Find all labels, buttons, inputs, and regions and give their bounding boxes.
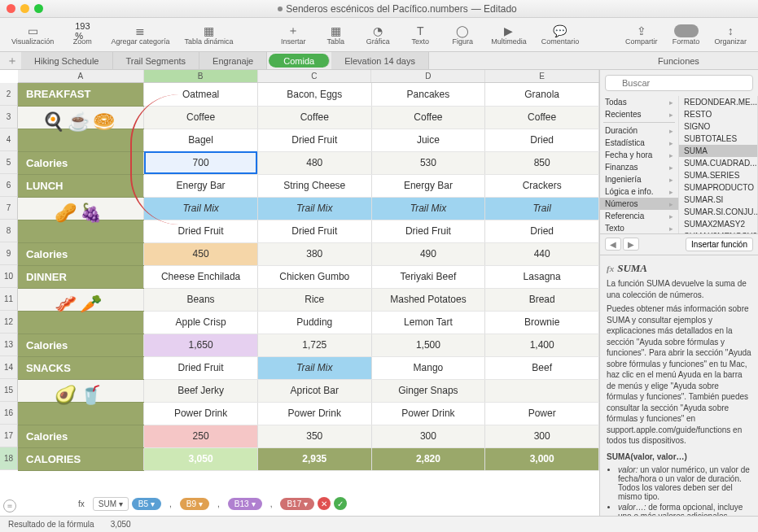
cell[interactable]: Bagel: [144, 129, 258, 151]
cell[interactable]: Dried Fruit: [257, 220, 371, 242]
formula-cancel-button[interactable]: ✕: [318, 497, 331, 510]
add-sheet-button[interactable]: ＋: [3, 52, 21, 69]
cell[interactable]: Cheese Enchilada: [144, 265, 258, 288]
cell[interactable]: Apple Crisp: [144, 311, 258, 334]
cell[interactable]: 2,820: [371, 447, 485, 470]
view-button[interactable]: ▭Visualización: [5, 23, 60, 47]
shape-button[interactable]: ◯Figura: [442, 23, 483, 47]
zoom-selector[interactable]: 193 %Zoom: [62, 23, 103, 47]
nav-forward-button[interactable]: ▶: [623, 238, 639, 251]
search-input[interactable]: [605, 75, 753, 91]
cell[interactable]: Power Drink: [371, 402, 485, 425]
insert-function-button[interactable]: Insertar función: [686, 238, 753, 251]
cell[interactable]: Dried Fruit: [371, 220, 485, 242]
cell[interactable]: 1,650: [144, 334, 258, 356]
function-item[interactable]: RESTO: [679, 108, 757, 120]
category-item[interactable]: Estadística▸: [600, 137, 678, 149]
sheet-tab[interactable]: Trail Segments: [113, 52, 200, 69]
function-item[interactable]: SUMAPRODUCTO: [679, 181, 757, 194]
category-item[interactable]: Duración▸: [600, 124, 678, 137]
cell[interactable]: Pudding: [257, 311, 371, 334]
cell[interactable]: Dried Fruit: [144, 220, 258, 242]
text-button[interactable]: TTexto: [400, 23, 440, 47]
row-header[interactable]: 10: [0, 265, 18, 288]
cell[interactable]: SNACKS: [18, 356, 144, 379]
cell[interactable]: 480: [257, 151, 371, 174]
function-item[interactable]: SUMAX2MENOSY2: [679, 230, 757, 233]
cell[interactable]: Pancakes: [371, 83, 485, 106]
sheet-tab-active[interactable]: Comida: [269, 54, 330, 68]
cell[interactable]: CALORIES: [18, 447, 144, 470]
share-button[interactable]: ⇪Compartir: [619, 23, 664, 47]
formula-ref[interactable]: B17 ▾: [280, 498, 314, 510]
sheet-tab[interactable]: Engranaje: [199, 52, 267, 69]
formula-func[interactable]: SUM ▾: [93, 497, 129, 511]
cell[interactable]: Coffee: [485, 106, 599, 129]
category-item[interactable]: Lógica e info.▸: [600, 185, 678, 198]
cell[interactable]: Coffee: [371, 106, 485, 129]
cell[interactable]: Crackers: [485, 174, 599, 197]
category-item[interactable]: Finanzas▸: [600, 161, 678, 173]
cell[interactable]: Beans: [144, 288, 258, 311]
cell[interactable]: 850: [485, 151, 599, 174]
cell[interactable]: 490: [371, 242, 485, 265]
cell[interactable]: Juice: [371, 129, 485, 151]
cell[interactable]: Apricot Bar: [257, 379, 371, 402]
spreadsheet[interactable]: A B C D E 2 3 4 5 6 7 8 9 10 11 12 13 14…: [0, 70, 599, 516]
cell[interactable]: 2,935: [257, 447, 371, 470]
row-header[interactable]: 7: [0, 197, 18, 220]
cell[interactable]: Energy Bar: [144, 174, 258, 197]
row-header[interactable]: 14: [0, 356, 18, 379]
formula-editor[interactable]: fx SUM ▾ B5 ▾, B9 ▾, B13 ▾, B17 ▾ ✕ ✓: [73, 495, 347, 512]
cell[interactable]: 380: [257, 242, 371, 265]
cell[interactable]: 250: [144, 425, 258, 447]
col-header[interactable]: B: [144, 70, 258, 82]
cell[interactable]: Oatmeal: [144, 83, 258, 106]
cell[interactable]: Trail Mix: [144, 197, 258, 220]
row-header[interactable]: 5: [0, 151, 18, 174]
cell[interactable]: Bacon, Eggs: [257, 83, 371, 106]
cell[interactable]: 450: [144, 242, 258, 265]
cell[interactable]: 350: [257, 425, 371, 447]
cell[interactable]: Coffee: [257, 106, 371, 129]
function-list[interactable]: REDONDEAR.ME... RESTO SIGNO SUBTOTALES S…: [679, 96, 758, 233]
cell[interactable]: 1,500: [371, 334, 485, 356]
category-item[interactable]: Fecha y hora▸: [600, 149, 678, 161]
row-header[interactable]: 17: [0, 425, 18, 447]
cell[interactable]: Calories: [18, 425, 144, 447]
pivot-button[interactable]: ▦Tabla dinámica: [177, 23, 239, 47]
row-header[interactable]: 9: [0, 242, 18, 265]
cell[interactable]: [18, 129, 144, 151]
function-item[interactable]: SUMA.SERIES: [679, 169, 757, 181]
cell[interactable]: [18, 288, 144, 311]
add-row-button[interactable]: ＝: [3, 499, 16, 512]
cell[interactable]: 3,000: [485, 447, 599, 470]
formula-confirm-button[interactable]: ✓: [334, 497, 347, 510]
cell[interactable]: 1,400: [485, 334, 599, 356]
organize-button[interactable]: ↕Organizar: [708, 23, 754, 47]
cell[interactable]: BREAKFAST: [18, 83, 144, 106]
row-header[interactable]: 15: [0, 379, 18, 402]
function-item[interactable]: SIGNO: [679, 120, 757, 133]
cell[interactable]: Dried Fruit: [144, 356, 258, 379]
cell[interactable]: 700: [144, 151, 258, 174]
cell[interactable]: Brownie: [485, 311, 599, 334]
category-item[interactable]: Ingeniería▸: [600, 173, 678, 185]
function-item[interactable]: SUBTOTALES: [679, 133, 757, 145]
row-header[interactable]: 18: [0, 447, 18, 470]
cell[interactable]: 300: [485, 425, 599, 447]
formula-ref[interactable]: B13 ▾: [228, 498, 262, 510]
function-item[interactable]: SUMA.CUADRAD...: [679, 157, 757, 169]
row-header[interactable]: 11: [0, 288, 18, 311]
cell[interactable]: String Cheese: [257, 174, 371, 197]
insert-button[interactable]: ＋Insertar: [273, 23, 313, 47]
cell[interactable]: Trail Mix: [371, 197, 485, 220]
comment-button[interactable]: 💬Comentario: [535, 23, 586, 47]
table-button[interactable]: ▦Tabla: [315, 23, 356, 47]
cell[interactable]: Lemon Tart: [371, 311, 485, 334]
function-item[interactable]: SUMAR.SI.CONJU...: [679, 206, 757, 218]
formula-ref[interactable]: B5 ▾: [132, 498, 161, 510]
row-header[interactable]: 13: [0, 334, 18, 356]
cell[interactable]: Calories: [18, 151, 144, 174]
row-header[interactable]: 3: [0, 106, 18, 129]
